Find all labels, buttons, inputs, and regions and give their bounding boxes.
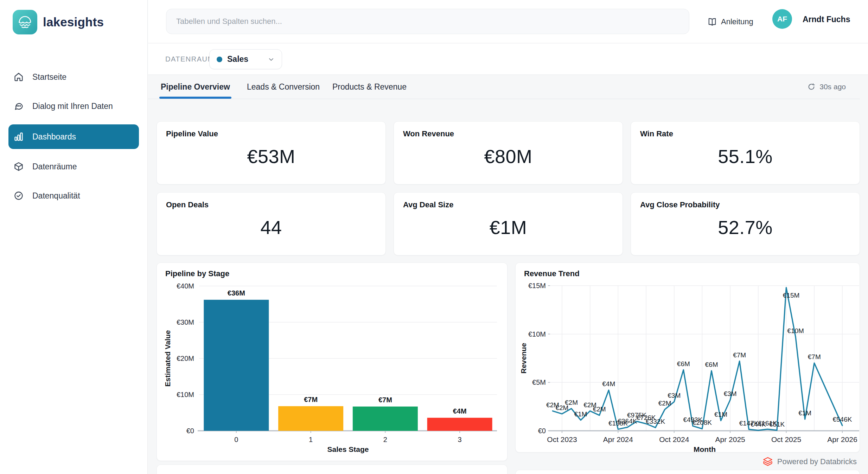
svg-text:€2M: €2M: [593, 405, 606, 413]
sidebar: lakesights Startseite Dialog mit Ihren D…: [0, 0, 148, 474]
svg-text:Oct 2023: Oct 2023: [547, 435, 577, 443]
tab-label: Pipeline Overview: [161, 82, 230, 92]
sidebar-item-startseite[interactable]: Startseite: [8, 67, 139, 86]
svg-text:Apr 2024: Apr 2024: [603, 435, 633, 443]
sidebar-item-label: Dialog mit Ihren Daten: [32, 102, 113, 111]
pipeline-by-stage-card: Pipeline by Stage €0€10M€20M€30M€40M€36M…: [157, 262, 508, 461]
svg-text:€20M: €20M: [177, 355, 194, 362]
svg-text:2: 2: [383, 436, 387, 443]
svg-text:€1M: €1M: [798, 409, 811, 417]
sidebar-item-label: Datenräume: [32, 162, 77, 171]
help-link[interactable]: Anleitung: [708, 0, 753, 43]
kpi-value: €53M: [157, 145, 385, 167]
kpi-value: €1M: [394, 216, 623, 238]
svg-text:€10M: €10M: [177, 391, 194, 398]
kpi-title: Win Rate: [640, 129, 673, 138]
svg-text:Month: Month: [694, 445, 716, 453]
chat-icon: [13, 101, 24, 111]
tabbar-divider: [148, 99, 860, 99]
kpi-value: €80M: [394, 145, 623, 167]
refresh-control[interactable]: 30s ago: [808, 75, 846, 99]
revenue-trend-card: Revenue Trend €0€5M€10M€15MOct 2023Apr 2…: [515, 262, 860, 453]
svg-text:€2M: €2M: [565, 399, 578, 406]
bar-chart-icon: [13, 131, 24, 142]
svg-text:0: 0: [234, 436, 238, 443]
svg-text:Revenue: Revenue: [519, 343, 528, 374]
tab-products-revenue[interactable]: Products & Revenue: [332, 75, 407, 99]
kpi-title: Won Revenue: [403, 129, 454, 138]
tab-leads-conversion[interactable]: Leads & Conversion: [247, 75, 320, 99]
powered-by-footer: Powered by Databricks: [515, 455, 857, 468]
check-circle-icon: [13, 190, 24, 201]
svg-text:Sales Stage: Sales Stage: [327, 445, 369, 453]
kpi-title: Avg Deal Size: [403, 200, 453, 209]
kpi-value: 55.1%: [631, 145, 860, 167]
tab-label: Products & Revenue: [332, 82, 407, 92]
svg-text:€7M: €7M: [378, 396, 392, 404]
dataspace-label: DATENRAUM: [165, 44, 214, 75]
kpi-value: 52.7%: [631, 216, 860, 238]
dataspace-select[interactable]: Sales: [209, 49, 282, 69]
sidebar-item-label: Dashboards: [32, 132, 76, 142]
sidebar-item-label: Startseite: [32, 72, 66, 82]
svg-text:€332K: €332K: [646, 418, 665, 425]
svg-text:Oct 2025: Oct 2025: [771, 435, 801, 443]
kpi-title: Open Deals: [166, 200, 209, 209]
sidebar-item-datenqualitaet[interactable]: Datenqualität: [8, 186, 139, 205]
chevron-down-icon: [268, 56, 275, 63]
kpi-card-pipeline-value: Pipeline Value €53M: [157, 121, 386, 184]
svg-text:€40M: €40M: [177, 282, 194, 290]
svg-text:€7M: €7M: [808, 353, 821, 361]
svg-text:€36M: €36M: [228, 289, 245, 297]
svg-text:€10M: €10M: [528, 330, 546, 338]
brand: lakesights: [13, 10, 104, 34]
user-name: Arndt Fuchs: [803, 0, 850, 39]
tab-bar: Pipeline Overview Leads & Conversion Pro…: [148, 75, 868, 99]
tab-label: Leads & Conversion: [247, 82, 320, 92]
app-root: lakesights Startseite Dialog mit Ihren D…: [0, 0, 868, 474]
sidebar-item-label: Datenqualität: [32, 191, 80, 201]
kpi-card-avg-close-probability: Avg Close Probability 52.7%: [631, 192, 860, 255]
kpi-card-win-rate: Win Rate 55.1%: [631, 121, 860, 184]
dataspace-selected: Sales: [227, 54, 263, 64]
home-icon: [13, 72, 24, 82]
svg-text:€208K: €208K: [693, 419, 712, 426]
avatar[interactable]: AF: [772, 9, 792, 29]
topbar: Anleitung AF Arndt Fuchs: [148, 0, 868, 43]
sidebar-item-datenraeume[interactable]: Datenräume: [8, 157, 139, 176]
svg-text:Apr 2026: Apr 2026: [827, 435, 857, 443]
svg-text:€15M: €15M: [528, 282, 546, 290]
dataspace-dot-icon: [217, 57, 222, 62]
svg-text:€4M: €4M: [602, 380, 615, 388]
svg-text:€7M: €7M: [304, 396, 318, 403]
search-input[interactable]: [166, 9, 689, 34]
book-icon: [708, 17, 717, 26]
svg-text:€30M: €30M: [177, 318, 194, 326]
kpi-value: 44: [157, 216, 385, 238]
cube-icon: [13, 161, 24, 172]
svg-text:€3M: €3M: [668, 392, 681, 399]
svg-text:€5M: €5M: [532, 378, 546, 386]
tab-pipeline-overview[interactable]: Pipeline Overview: [161, 75, 230, 99]
svg-text:€1M: €1M: [574, 410, 587, 418]
next-card-partial-left: [157, 465, 508, 474]
kpi-card-open-deals: Open Deals 44: [157, 192, 386, 255]
svg-text:€7M: €7M: [733, 351, 746, 359]
svg-text:€51K: €51K: [769, 421, 785, 428]
brand-name: lakesights: [43, 15, 104, 29]
refresh-icon: [808, 83, 815, 91]
dataspace-row: DATENRAUM Sales: [148, 44, 868, 75]
svg-text:€6M: €6M: [705, 361, 718, 368]
svg-text:3: 3: [458, 436, 462, 443]
sidebar-item-dashboards[interactable]: Dashboards: [8, 124, 139, 149]
revenue-trend-chart: €0€5M€10M€15MOct 2023Apr 2024Oct 2024Apr…: [516, 263, 860, 453]
svg-text:€6M: €6M: [677, 360, 690, 368]
svg-text:Estimated Value: Estimated Value: [164, 330, 172, 387]
kpi-card-avg-deal-size: Avg Deal Size €1M: [394, 192, 623, 255]
svg-text:1: 1: [309, 436, 313, 443]
help-label: Anleitung: [721, 17, 753, 26]
refresh-label: 30s ago: [819, 83, 846, 91]
sidebar-item-dialog[interactable]: Dialog mit Ihren Daten: [8, 97, 139, 116]
databricks-logo-icon: [762, 457, 773, 467]
kpi-card-won-revenue: Won Revenue €80M: [394, 121, 623, 184]
